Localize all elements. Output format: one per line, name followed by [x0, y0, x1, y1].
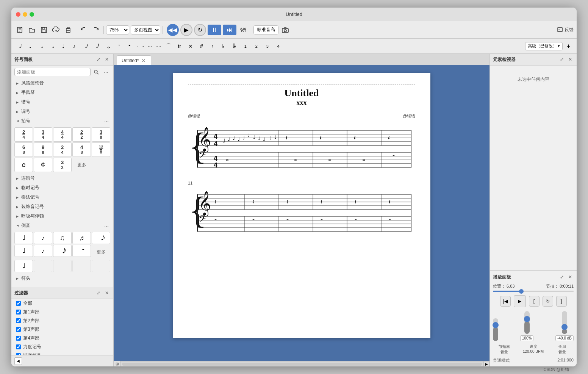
inv-more-icon[interactable]: ···	[104, 223, 109, 229]
standard-pitch-button[interactable]: 标准音高	[253, 25, 278, 34]
metronome-thumb[interactable]	[493, 322, 499, 328]
filter-voice2[interactable]: 第2声部	[11, 316, 113, 325]
advanced-button[interactable]: 高级（已修改） ▾	[525, 42, 563, 50]
trill-btn[interactable]: tr	[175, 41, 185, 51]
speed-slider[interactable]	[524, 311, 530, 334]
inv-9[interactable]: 𝄻	[72, 245, 91, 257]
panel-close-icon[interactable]: ✕	[103, 56, 110, 63]
natural-btn[interactable]: ♮	[208, 41, 217, 51]
ts-12-8[interactable]: 128	[92, 142, 110, 157]
note-type-btn-8[interactable]: 𝅘𝅥𝅰	[91, 41, 101, 51]
filter-all-checkbox[interactable]	[16, 301, 21, 306]
note-type-btn-1[interactable]: 𝅘𝅥𝅮	[14, 41, 24, 51]
save-button[interactable]	[39, 25, 49, 35]
sidebar-item-notehead[interactable]: ▶ 符头	[11, 274, 113, 283]
close-button[interactable]	[16, 12, 20, 17]
global-slider[interactable]	[562, 311, 567, 334]
ts-more-btn[interactable]: 更多	[72, 158, 91, 172]
map-btn[interactable]: ⊞	[114, 361, 120, 367]
loop-button[interactable]: ↻	[194, 24, 206, 36]
ts-9-8[interactable]: 98	[34, 142, 52, 157]
ts-3-8[interactable]: 38	[92, 127, 110, 142]
sidebar-item-time[interactable]: ▼ 拍号 ···	[11, 116, 113, 126]
playback-resize-icon[interactable]: ⤢	[558, 274, 565, 280]
inspector-close-icon[interactable]: ✕	[567, 56, 574, 63]
slur-btn[interactable]: ⌒	[164, 41, 174, 51]
rewind-button[interactable]: ◀◀	[167, 24, 179, 36]
sidebar-item-key[interactable]: ▶ 调号	[11, 107, 113, 116]
inv-7[interactable]: ♪	[34, 245, 52, 257]
search-icon[interactable]	[92, 68, 100, 76]
filter-all[interactable]: 全部	[11, 299, 113, 308]
filter-hairpin[interactable]: 渐变符号	[11, 351, 113, 355]
view-mode-select[interactable]: 多页视图 单页视图	[131, 25, 160, 34]
tab-close-icon[interactable]: ✕	[141, 58, 146, 63]
filter-voice3-checkbox[interactable]	[16, 327, 21, 332]
ts-2-4b[interactable]: 24	[53, 142, 72, 157]
scroll-right-btn[interactable]: ▶	[483, 361, 489, 367]
ts-cut[interactable]: ¢	[34, 158, 52, 172]
add-panel-btn-toolbar[interactable]: +	[564, 41, 574, 51]
breve-btn[interactable]: 𝄺	[124, 41, 134, 51]
ts-4-4[interactable]: 44	[53, 127, 72, 142]
inv-5[interactable]: 𝅘𝅥𝅮	[92, 232, 110, 244]
sidebar-scroll[interactable]: ▶ 风笛装饰音 ▶ 手风琴 ▶ 谱号 ▶ 调号 ▼ 拍号	[11, 78, 113, 287]
sidebar-item-bagpipe[interactable]: ▶ 风笛装饰音	[11, 78, 113, 88]
filter-voice4[interactable]: 第4声部	[11, 334, 113, 343]
filter-dynamics[interactable]: 力度记号	[11, 343, 113, 351]
playback-close-icon[interactable]: ✕	[567, 274, 574, 280]
score-area[interactable]: Untitled xxx @钜锚 @钜锚 {	[114, 65, 489, 361]
flat-btn[interactable]: ♭	[219, 41, 228, 51]
inv-more-btn[interactable]: 更多	[92, 245, 110, 259]
filter-close-icon[interactable]: ✕	[103, 289, 110, 296]
pb-loop-btn[interactable]: ↻	[543, 296, 553, 307]
pb-start-btn[interactable]: [	[529, 296, 540, 307]
sidebar-item-technique[interactable]: ▶ 奏法记号	[11, 192, 113, 202]
search-input[interactable]	[14, 68, 91, 76]
metronome-slider[interactable]	[493, 318, 498, 341]
filter-voice4-checkbox[interactable]	[16, 336, 21, 341]
note-num-1[interactable]: 1	[241, 41, 250, 51]
note-num-2[interactable]: 2	[252, 41, 261, 51]
ts-3-2[interactable]: 32	[53, 158, 72, 172]
sharp-btn[interactable]: #	[197, 41, 206, 51]
whole-note-btn[interactable]: 𝅝	[102, 41, 112, 51]
speed-thumb[interactable]	[524, 316, 530, 322]
redo-button[interactable]	[91, 25, 101, 35]
inv-3[interactable]: ♫	[53, 232, 72, 244]
inspector-resize-icon[interactable]: ⤢	[558, 56, 565, 63]
sidebar-item-accordion[interactable]: ▶ 手风琴	[11, 88, 113, 97]
ts-2-2[interactable]: 22	[72, 127, 91, 142]
note-num-3[interactable]: 3	[263, 41, 272, 51]
feedback-button[interactable]: 反馈	[557, 27, 574, 33]
inv-8[interactable]: 𝅘𝅥𝅯	[53, 245, 72, 257]
global-thumb[interactable]	[561, 324, 568, 330]
metronome-active-button[interactable]: ⏸	[208, 25, 221, 35]
note-type-btn-7[interactable]: 𝅘𝅥𝅯	[80, 41, 90, 51]
double-whole-btn[interactable]: 𝄻	[113, 41, 123, 51]
pb-end-btn[interactable]: ]	[556, 296, 567, 307]
minimize-button[interactable]	[23, 12, 27, 17]
horizontal-scrollbar[interactable]	[122, 363, 482, 366]
playback-progress[interactable]	[493, 291, 574, 292]
inv-6[interactable]: ♩	[14, 245, 33, 257]
skip-button[interactable]: ⏭	[223, 25, 236, 35]
sidebar-scroll-left[interactable]: ◀	[14, 357, 22, 365]
play-button[interactable]: ▶	[180, 24, 192, 36]
double-flat-btn[interactable]: 𝄫	[230, 41, 239, 51]
print-button[interactable]	[63, 25, 74, 35]
filter-voice3[interactable]: 第3声部	[11, 325, 113, 334]
sidebar-item-ornament[interactable]: ▶ 装饰音记号	[11, 202, 113, 211]
inv-4[interactable]: ♬	[72, 232, 91, 244]
pb-rewind-btn[interactable]: |◀	[500, 296, 511, 307]
mixer-button[interactable]	[238, 25, 249, 35]
zoom-select[interactable]: 75% 100% 125% 150%	[106, 25, 129, 34]
note-type-btn-5[interactable]: ♩	[58, 41, 68, 51]
cloud-button[interactable]	[51, 25, 61, 35]
note-type-btn-2[interactable]: ♩	[25, 41, 35, 51]
undo-button[interactable]	[78, 25, 89, 35]
filter-voice2-checkbox[interactable]	[16, 318, 21, 323]
ts-common[interactable]: c	[14, 158, 33, 172]
ts-3-4[interactable]: 34	[34, 127, 52, 142]
pb-play-btn[interactable]: ▶	[514, 295, 526, 307]
